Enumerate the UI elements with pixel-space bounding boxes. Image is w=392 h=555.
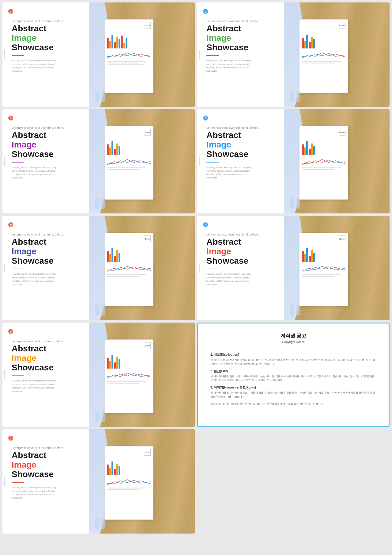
card-9-pagedots: 01 / 09: [184, 529, 190, 531]
svg-text:C: C: [10, 10, 12, 13]
svg-text:C: C: [10, 330, 12, 333]
card-9-pills: [95, 518, 105, 529]
card-1: C Letterpress next level trust fund, bef…: [2, 2, 195, 107]
card-3-showcase: Showcase: [12, 150, 99, 159]
card-6-image-area: CLOGO: [284, 216, 390, 320]
card-6-pills: [290, 304, 300, 316]
copyright-subtitle: Copyright Notice: [210, 340, 376, 344]
card-9-desc: Hashtag fashion axe fingerstache, everyd…: [12, 486, 61, 500]
card-7-image-area: CLOGO: [89, 323, 195, 427]
card-2: C Letterpress next level trust fund, bef…: [197, 2, 390, 107]
card-1-pills: [95, 91, 105, 102]
card-2-desc: Hashtag fashion axe fingerstache, everyd…: [206, 59, 255, 73]
card-6-desc: Hashtag fashion axe fingerstache, everyd…: [206, 272, 255, 286]
card-2-pagedots: 01 / 09: [379, 102, 385, 104]
card-1-desc: Hashtag fashion axe fingerstache, everyd…: [12, 59, 61, 73]
card-9-logo: C: [8, 435, 13, 441]
card-9-divider: [12, 482, 24, 483]
card-9-subtitle: Letterpress next level trust fund, befor…: [12, 446, 99, 450]
card-4-pills: [290, 198, 300, 209]
card-5-pagenum: 01 / 09: [184, 316, 190, 318]
card-3-pills: [95, 198, 105, 209]
card-2-subtitle: Letterpress next level trust fund, befor…: [206, 20, 294, 23]
card-7: C Letterpress next level trust fund, bef…: [2, 323, 195, 427]
card-2-showcase: Showcase: [206, 43, 294, 52]
card-4-logo: C: [203, 115, 208, 121]
card-3-divider: [12, 162, 24, 163]
copyright-section2-title: 2. 편집(Edit): [210, 369, 376, 373]
card-3-desc: Hashtag fashion axe fingerstache, everyd…: [12, 166, 61, 179]
card-4-subtitle: Letterpress next level trust fund, befor…: [206, 126, 294, 129]
card-7-pills: [95, 411, 105, 422]
card-4-pagenum: 01 / 09: [379, 209, 385, 211]
card-2-image: Image: [206, 33, 294, 43]
card-7-image: Image: [12, 354, 99, 363]
card-5-subtitle: Letterpress next level trust fund, befor…: [12, 233, 99, 236]
card-7-abstract: Abstract: [12, 344, 99, 354]
card-3: C Letterpress next level trust fund, bef…: [2, 109, 195, 213]
card-4-abstract: Abstract: [206, 131, 294, 140]
card-7-divider: [12, 375, 24, 376]
copyright-section3-title: 3. 이미지(Images) & 폰트(Fonts): [210, 385, 376, 390]
card-9-pagenum: 01 / 09: [184, 529, 190, 531]
card-1-abstract: Abstract: [12, 24, 99, 33]
card-3-abstract: Abstract: [12, 131, 99, 140]
card-6-pagenum: 01 / 09: [379, 316, 385, 318]
card-2-image-area: CLOGO: [284, 2, 390, 107]
card-1-image: Image: [12, 33, 99, 43]
card-2-pagenum: 01 / 09: [379, 102, 385, 104]
card-1-showcase: Showcase: [12, 43, 99, 52]
main-grid: C Letterpress next level trust fund, bef…: [0, 0, 392, 536]
card-7-pagenum: 01 / 09: [184, 422, 190, 424]
card-7-desc: Hashtag fashion axe fingerstache, everyd…: [12, 379, 61, 393]
copyright-section2-text: 본 서식의 내용은 편집, 수정, 가공하여 사용 가능합니다. 단, 이를 제…: [210, 375, 376, 383]
card-5-showcase: Showcase: [12, 256, 99, 266]
card-2-divider: [206, 55, 219, 56]
svg-text:C: C: [10, 117, 12, 120]
card-7-pagedots: 01 / 09: [184, 422, 190, 424]
copyright-section4-text: 끝으로 본 서식을 다운로드하여 주셔서 감사합니다. 저작권 관련 문제가 있…: [210, 402, 376, 406]
copyright-section3-text: 본 서식에 사용된 이미지와 폰트는 저작권이 있을 수 있으므로, 이용 약관…: [210, 391, 376, 399]
card-4-pagedots: 01 / 09: [379, 209, 385, 211]
card-1-subtitle: Letterpress next level trust fund, befor…: [12, 20, 99, 23]
svg-text:C: C: [10, 437, 12, 440]
card-6-pagedots: 01 / 09: [379, 316, 385, 318]
card-5-image-area: CLOGO: [89, 216, 195, 320]
card-9-abstract: Abstract: [12, 451, 99, 460]
card-4-desc: Hashtag fashion axe fingerstache, everyd…: [206, 166, 255, 179]
card-1-image-area: CLOGO: [89, 2, 195, 107]
card-9-showcase: Showcase: [12, 470, 99, 479]
copyright-card: 저작권 공고 Copyright Notice 1. 배포(Distributi…: [197, 323, 390, 427]
card-9: C Letterpress next level trust fund, bef…: [2, 429, 195, 534]
card-6-divider: [206, 269, 219, 269]
card-6-subtitle: Letterpress next level trust fund, befor…: [206, 233, 294, 236]
card-6-abstract: Abstract: [206, 237, 294, 247]
card-4-image: Image: [206, 140, 294, 150]
card-3-pagedots: 01 / 09: [184, 209, 190, 211]
svg-text:C: C: [205, 224, 207, 227]
copyright-divider: [210, 349, 376, 349]
card-6-showcase: Showcase: [206, 256, 294, 266]
card-4-showcase: Showcase: [206, 150, 294, 159]
card-1-pagedots: 01 / 09: [184, 102, 190, 104]
card-3-subtitle: Letterpress next level trust fund, befor…: [12, 126, 99, 129]
card-9-image: Image: [12, 460, 99, 470]
card-7-subtitle: Letterpress next level trust fund, befor…: [12, 340, 99, 343]
card-2-pills: [290, 91, 300, 102]
card-1-divider: [12, 55, 24, 56]
card-4-image-area: CLOGO: [284, 109, 390, 213]
card-3-pagenum: 01 / 09: [184, 209, 190, 211]
copyright-section1-text: 이 디자인 서식의 사용자는 재배포를 금지합니다. 본 서식의 내용을 복사하…: [210, 358, 376, 366]
card-6: C Letterpress next level trust fund, bef…: [197, 216, 390, 320]
card-5-abstract: Abstract: [12, 237, 99, 247]
card-2-logo: C: [203, 9, 208, 14]
card-5-image: Image: [12, 247, 99, 256]
card-1-pagenum: 01 / 09: [184, 102, 190, 104]
svg-text:C: C: [10, 224, 12, 227]
card-2-abstract: Abstract: [206, 24, 294, 33]
card-9-image-area: CLOGO: [89, 429, 195, 534]
card-3-image: Image: [12, 140, 99, 150]
card-5: C Letterpress next level trust fund, bef…: [2, 216, 195, 320]
copyright-section1-title: 1. 배포(Distribution): [210, 353, 376, 357]
card-6-image: Image: [206, 247, 294, 256]
